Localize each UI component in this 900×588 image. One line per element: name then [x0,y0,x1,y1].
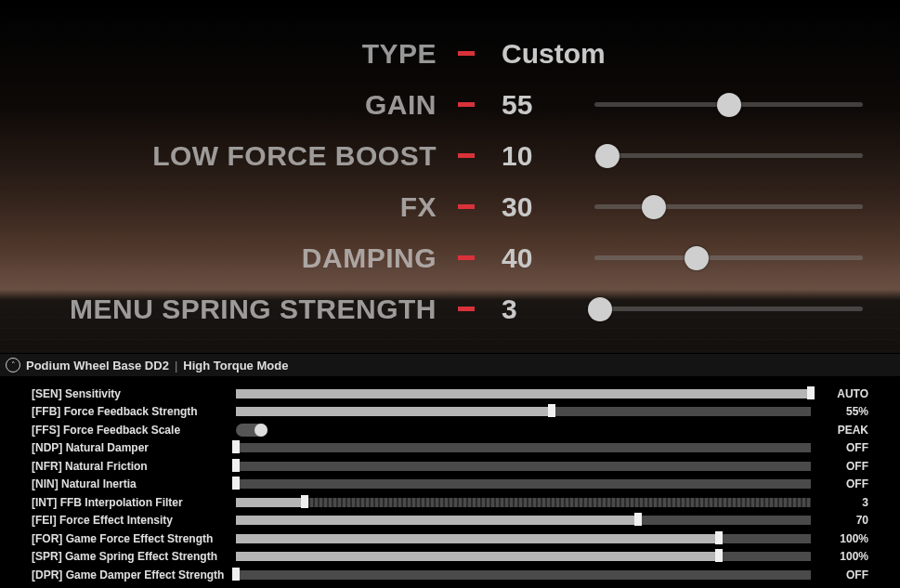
wheelbase-name: Podium Wheel Base DD2 [26,359,169,372]
setting-value: Custom [502,38,594,70]
param-value: 70 [811,514,868,527]
setting-label: DAMPING [28,242,437,274]
param-label: [NDP] Natural Damper [32,441,236,454]
param-slider[interactable] [236,551,811,562]
param-row: [NDP] Natural DamperOFF [32,439,868,458]
setting-label: GAIN [28,89,437,121]
param-value: 3 [811,496,868,509]
param-label: [NIN] Natural Inertia [32,477,236,490]
param-row: [NIN] Natural InertiaOFF [32,476,868,494]
param-slider[interactable] [236,515,811,526]
param-label: [NFR] Natural Friction [32,460,236,473]
wheelbase-panel-header: ˄ Podium Wheel Base DD2 | High Torque Mo… [0,353,900,377]
top-ffb-settings: TYPECustomGAIN55LOW FORCE BOOST10FX30DAM… [0,0,900,353]
setting-label: FX [28,191,437,223]
setting-value: 3 [502,294,594,325]
param-value: 100% [811,532,868,545]
setting-value: 40 [502,242,594,274]
wheelbase-mode: High Torque Mode [183,359,288,372]
param-label: [SEN] Sensitivity [32,387,236,400]
param-row: [DPR] Game Damper Effect StrengthOFF [32,566,868,584]
param-row: [FOR] Game Force Effect Strength100% [32,529,868,548]
param-slider[interactable] [236,533,811,544]
param-label: [FFS] Force Feedback Scale [32,424,236,437]
setting-label: LOW FORCE BOOST [28,140,437,172]
param-row: [INT] FFB Interpolation Filter3 [32,493,868,512]
setting-label: TYPE [28,38,437,70]
param-slider[interactable] [236,497,811,508]
dash-icon [448,51,485,56]
slider-handle[interactable] [715,531,723,544]
slider-handle[interactable] [232,568,240,581]
param-row: [FFS] Force Feedback ScalePEAK [32,421,868,439]
param-row: [NFR] Natural FrictionOFF [32,457,868,476]
param-value: 55% [811,405,868,418]
param-value: 100% [811,550,868,563]
param-label: [FEI] Force Effect Intensity [32,514,236,527]
dash-icon [448,204,485,209]
setting-row-type: TYPECustom [28,28,863,79]
setting-slider[interactable] [594,143,863,169]
setting-row-menu-spring-strength: MENU SPRING STRENGTH3 [28,283,863,334]
param-slider[interactable] [236,461,811,472]
param-value: PEAK [811,424,868,437]
slider-handle[interactable] [232,459,240,472]
slider-knob[interactable] [595,144,620,168]
dash-icon [448,307,485,311]
param-label: [FOR] Game Force Effect Strength [32,532,236,545]
param-slider[interactable] [236,388,811,399]
setting-row-low-force-boost: LOW FORCE BOOST10 [28,130,863,181]
param-slider[interactable] [236,406,811,417]
slider-handle[interactable] [548,404,555,417]
param-row: [FFB] Force Feedback Strength55% [32,403,868,422]
param-toggle[interactable] [236,425,811,436]
param-slider[interactable] [236,478,811,490]
slider-handle[interactable] [807,386,815,399]
slider-knob[interactable] [642,195,666,219]
dash-icon [448,102,485,107]
setting-value: 55 [502,89,594,121]
param-label: [INT] FFB Interpolation Filter [32,496,236,509]
param-value: OFF [811,477,868,490]
setting-row-fx: FX30 [28,181,863,232]
dash-icon [448,255,485,260]
param-value: OFF [811,568,868,581]
param-value: OFF [811,441,868,454]
param-label: [SPR] Game Spring Effect Strength [32,550,236,563]
dash-icon [448,153,485,158]
slider-knob[interactable] [717,93,741,117]
setting-row-gain: GAIN55 [28,79,863,130]
setting-slider[interactable] [594,194,863,220]
setting-slider[interactable] [594,245,863,271]
slider-handle[interactable] [301,495,308,508]
wheelbase-params: [SEN] SensitivityAUTO[FFB] Force Feedbac… [0,377,900,588]
setting-value: 30 [502,191,594,223]
setting-slider[interactable] [594,296,863,322]
param-slider[interactable] [236,569,811,581]
separator: | [175,359,177,372]
setting-value: 10 [502,140,594,172]
param-row: [SPR] Game Spring Effect Strength100% [32,548,868,567]
param-slider[interactable] [236,442,811,453]
slider-knob[interactable] [685,246,709,270]
slider-handle[interactable] [634,513,642,526]
param-row: [FEI] Force Effect Intensity70 [32,512,868,530]
param-label: [DPR] Game Damper Effect Strength [32,568,236,581]
collapse-icon[interactable]: ˄ [6,358,20,372]
slider-handle[interactable] [232,440,240,453]
param-value: OFF [811,460,868,473]
slider-knob[interactable] [588,297,612,321]
slider-handle[interactable] [715,549,723,562]
setting-slider[interactable] [594,92,863,118]
param-value: AUTO [811,387,868,400]
setting-slider [594,41,863,67]
param-row: [SEN] SensitivityAUTO [32,385,868,403]
param-label: [FFB] Force Feedback Strength [32,405,236,418]
slider-handle[interactable] [232,477,240,490]
setting-label: MENU SPRING STRENGTH [28,294,437,325]
setting-row-damping: DAMPING40 [28,232,863,283]
